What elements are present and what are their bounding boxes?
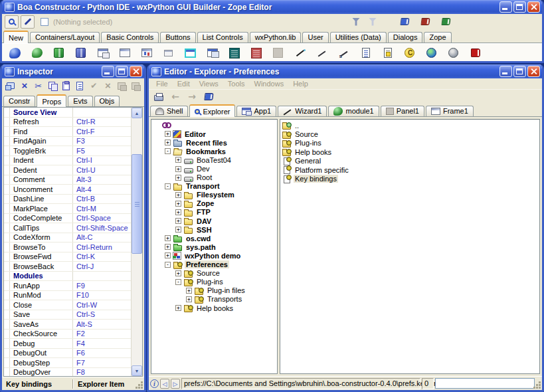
resize-grip[interactable] [141, 387, 143, 389]
menu-tools[interactable]: Tools [223, 80, 250, 88]
tree-item-editor[interactable]: +Editor [153, 130, 277, 138]
menu-edit[interactable]: Edit [173, 80, 195, 88]
editor-tab-shell[interactable]: Shell [150, 106, 188, 116]
new-page-button[interactable] [5, 80, 17, 92]
tree-item-transports[interactable]: +Transports [153, 295, 277, 304]
expand-icon[interactable]: + [175, 201, 181, 207]
tree-item-zope[interactable]: +Zope [153, 199, 277, 208]
cancel-button[interactable] [102, 80, 114, 92]
expand-icon[interactable]: + [165, 235, 171, 241]
prop-row-codecomplete[interactable]: CodeCompleteCtrl-Space [4, 214, 142, 224]
boa-blue-button[interactable] [7, 45, 23, 60]
collapse-icon[interactable]: - [165, 148, 171, 154]
collapse-icon[interactable]: - [165, 183, 171, 189]
tree-item-os-cwd[interactable]: +os.cwd [153, 234, 277, 243]
tree-item-plug-in-files[interactable]: +Plug-in files [153, 286, 277, 295]
prop-row-refresh[interactable]: RefreshCtrl-R [4, 118, 142, 128]
blank-button[interactable] [270, 45, 286, 60]
tree-item-filesystem[interactable]: +Filesystem [153, 191, 277, 199]
scroll-thumb[interactable] [132, 154, 142, 254]
tree-item-bookmarks[interactable]: -Bookmarks [153, 147, 277, 155]
list-item-item[interactable]: .. [282, 121, 539, 130]
expand-icon[interactable]: + [165, 252, 171, 258]
copy-button[interactable] [46, 80, 58, 92]
c-file-button[interactable] [402, 45, 417, 60]
wand-s-button[interactable] [336, 45, 351, 60]
list-item-key-bindings[interactable]: Key bindings [282, 174, 539, 183]
revert-all-button[interactable] [130, 80, 141, 92]
help-book-button[interactable] [201, 90, 216, 103]
tree-item-ftp[interactable]: +FTP [153, 208, 277, 217]
book-green-button[interactable] [438, 15, 453, 29]
expand-icon[interactable]: + [175, 209, 181, 215]
prop-row-indent[interactable]: IndentCtrl-I [4, 156, 142, 166]
tree-item-item[interactable] [153, 121, 277, 130]
prop-row-save[interactable]: SaveCtrl-S [4, 310, 142, 320]
inspector-tab-constr[interactable]: Constr [3, 96, 35, 106]
wand-dark-button[interactable] [314, 45, 329, 60]
palette-tab-user[interactable]: User [302, 32, 328, 43]
editor-tab-frame1[interactable]: Frame1 [426, 106, 474, 116]
selection-checkbox[interactable] [41, 18, 48, 26]
editor-minimize-button[interactable] [499, 66, 512, 77]
editor-resize-grip[interactable] [539, 387, 541, 389]
expand-icon[interactable]: + [175, 218, 181, 224]
palette-tab-basic-controls[interactable]: Basic Controls [101, 32, 159, 43]
checklist-button[interactable] [74, 80, 86, 92]
apply-all-button[interactable] [116, 80, 128, 92]
bigbook-red-button[interactable] [468, 45, 483, 60]
main-titlebar[interactable]: Boa Constructor - Python IDE - wxPython … [2, 0, 542, 14]
list-item-general[interactable]: General [282, 157, 539, 165]
prop-row-findagain[interactable]: FindAgainF3 [4, 137, 142, 147]
palette-tab-dialogs[interactable]: Dialogs [388, 32, 423, 43]
frame-select-button[interactable] [5, 15, 19, 29]
tree-item-dav[interactable]: +DAV [153, 217, 277, 225]
palette-tab-list-controls[interactable]: List Controls [197, 32, 248, 43]
prop-row-runmod[interactable]: RunModF10 [4, 291, 142, 301]
editor-titlebar[interactable]: Editor - Explorer - Preferences [149, 64, 542, 78]
expand-icon[interactable]: + [165, 140, 171, 146]
funnel-outline-button[interactable] [369, 15, 383, 29]
mdi-parent-button[interactable] [183, 45, 198, 60]
editor-maximize-button[interactable] [513, 66, 526, 77]
tree-item-root[interactable]: +Root [153, 173, 277, 182]
package-blue-button[interactable] [73, 45, 88, 60]
list-item-plug-ins[interactable]: Plug-ins [282, 139, 539, 147]
prop-row-calltips[interactable]: CallTipsCtrl-Shift-Space [4, 223, 142, 233]
inspector-tab-objs[interactable]: Objs [94, 96, 120, 106]
forward-button[interactable] [185, 90, 199, 103]
scroll-up-icon[interactable]: ▲ [132, 108, 142, 118]
inspector-maximize-button[interactable] [116, 66, 128, 77]
prop-row-debug[interactable]: DebugF4 [4, 339, 142, 349]
expand-icon[interactable]: + [186, 296, 192, 302]
palette-tab-zope[interactable]: Zope [424, 32, 451, 43]
palette-tab-wxpython-lib[interactable]: wxPython.lib [250, 32, 302, 43]
prop-row-browseto[interactable]: BrowseToCtrl-Return [4, 243, 142, 252]
prop-row-source-view[interactable]: Source View [4, 108, 142, 118]
prop-row-togglebrk[interactable]: ToggleBrkF5 [4, 146, 142, 156]
palette-tab-containers-layout[interactable]: Containers/Layout [30, 32, 100, 43]
tree-item-plug-ins[interactable]: -Plug-ins [153, 278, 277, 286]
wand-button[interactable] [292, 45, 308, 60]
prop-row-uncomment[interactable]: UncommentAlt-4 [4, 185, 142, 195]
prop-row-runapp[interactable]: RunAppF9 [4, 281, 142, 291]
prop-row-browsefwd[interactable]: BrowseFwdCtrl-K [4, 252, 142, 262]
tree-item-source[interactable]: +Source [153, 269, 277, 278]
collapse-icon[interactable]: - [175, 279, 181, 285]
prop-row-modules[interactable]: Modules [4, 272, 142, 282]
tree-item-boatest04[interactable]: +BoaTest04 [153, 155, 277, 164]
print-button[interactable] [151, 90, 166, 103]
back-button[interactable] [168, 90, 183, 103]
nav-forward-button[interactable] [171, 379, 180, 389]
expand-icon[interactable]: + [175, 166, 181, 172]
expand-icon[interactable]: + [175, 192, 181, 198]
menu-views[interactable]: Views [195, 80, 223, 88]
prop-row-dashline[interactable]: DashLineCtrl-B [4, 195, 142, 205]
inspector-titlebar[interactable]: Inspector [2, 64, 144, 78]
list-item-help-books[interactable]: Help books [282, 147, 539, 156]
inspector-close-button[interactable] [130, 66, 142, 77]
win-base-button[interactable] [117, 45, 132, 60]
editor-teal-button[interactable] [227, 45, 242, 60]
list-item-platform-specific[interactable]: Platform specific [282, 165, 539, 174]
inspector-tab-evts[interactable]: Evts [68, 96, 92, 106]
